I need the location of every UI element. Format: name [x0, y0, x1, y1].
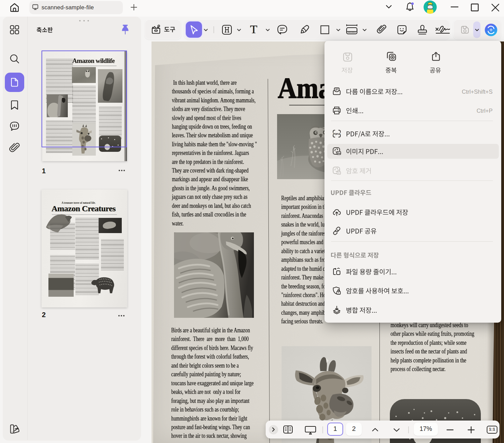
svg-text:PDF/A: PDF/A: [333, 132, 341, 135]
